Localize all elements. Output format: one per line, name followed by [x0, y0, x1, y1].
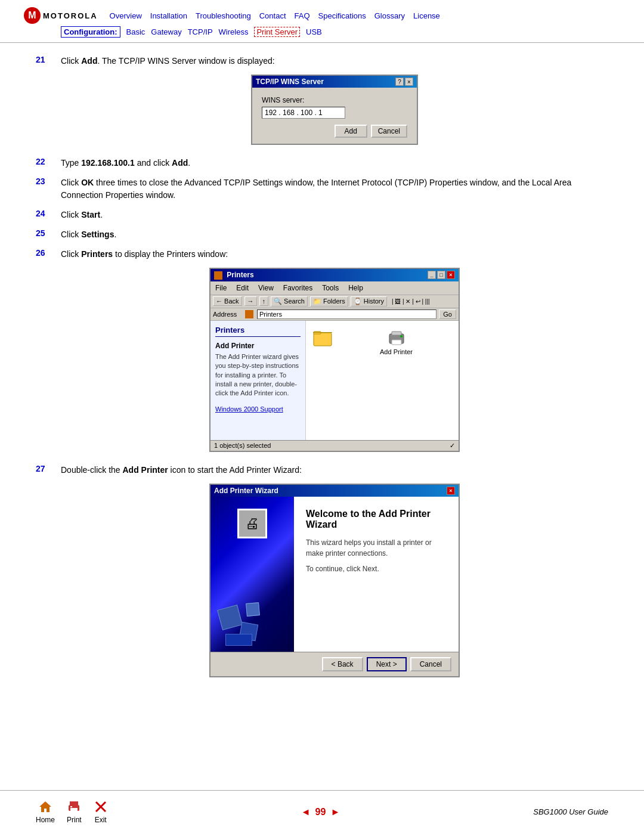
toolbar-forward-button[interactable]: →: [244, 296, 257, 306]
printers-window-icon: [214, 271, 222, 280]
footer-icons: Home Print Exit: [36, 800, 108, 824]
printers-window-container: Printers _ □ × File Edit View Favorites …: [61, 268, 608, 452]
wins-cancel-button[interactable]: Cancel: [371, 125, 407, 138]
wins-add-button[interactable]: Add: [335, 125, 367, 138]
home-icon: [38, 800, 52, 814]
nav-contact[interactable]: Contact: [259, 11, 286, 20]
nav-glossary[interactable]: Glossary: [374, 11, 405, 20]
exit-nav-icon[interactable]: Exit: [94, 800, 108, 824]
menu-file[interactable]: File: [210, 283, 231, 293]
wizard-back-button[interactable]: < Back: [322, 657, 363, 671]
nav-troubleshooting[interactable]: Troubleshooting: [196, 11, 251, 20]
add-printer-image: [387, 328, 406, 347]
step-text-22: Type 192.168.100.1 and click Add.: [61, 157, 190, 169]
printers-toolbar: ← Back → ↑ 🔍 Search 📁 Folders ⌚ History …: [210, 295, 459, 308]
wins-help-button[interactable]: ?: [395, 78, 404, 86]
page-footer: Home Print Exit ◄ 99 ► SBG1000 User Guid…: [0, 790, 644, 833]
wins-title: TCP/IP WINS Server: [256, 78, 324, 86]
sidebar-printers-title: Printers: [215, 326, 301, 337]
nav-license[interactable]: License: [413, 11, 440, 20]
wizard-left-panel: 🖨: [210, 497, 294, 652]
config-wireless[interactable]: Wireless: [219, 27, 249, 36]
printers-minimize-button[interactable]: _: [428, 271, 436, 279]
svg-rect-5: [392, 340, 401, 345]
page-navigation: ◄ 99 ►: [301, 807, 340, 817]
sidebar-win2000-link[interactable]: Windows 2000 Support: [215, 405, 283, 413]
printers-titlebar-label: Printers: [214, 271, 254, 280]
statusbar-icon: ✓: [450, 442, 455, 450]
print-nav-icon[interactable]: Print: [67, 800, 82, 824]
nav-installation[interactable]: Installation: [150, 11, 187, 20]
wizard-next-button[interactable]: Next >: [367, 657, 407, 671]
motorola-logo: M MOTOROLA: [24, 7, 98, 24]
sidebar-add-printer-heading: Add Printer: [215, 342, 301, 350]
address-folder-icon: [245, 310, 253, 318]
nav-faq[interactable]: FAQ: [295, 11, 310, 20]
step-24: 24 Click Start.: [36, 209, 608, 221]
menu-view[interactable]: View: [253, 283, 278, 293]
toolbar-folders-button[interactable]: 📁 Folders: [310, 296, 348, 306]
config-basic[interactable]: Basic: [126, 27, 145, 36]
step-25: 25 Click Settings.: [36, 228, 608, 241]
wins-titlebar-buttons: ? ×: [395, 78, 413, 86]
toolbar-back-button[interactable]: ← Back: [213, 296, 242, 306]
nav-specifications[interactable]: Specifications: [318, 11, 366, 20]
toolbar-search-button[interactable]: 🔍 Search: [271, 296, 308, 306]
printers-menubar: File Edit View Favorites Tools Help: [210, 281, 459, 295]
step-number-24: 24: [36, 209, 54, 221]
config-printserver[interactable]: Print Server: [254, 27, 300, 37]
page-number: 99: [315, 807, 326, 817]
prev-page-button[interactable]: ◄: [301, 807, 311, 817]
address-go-button[interactable]: Go: [439, 309, 456, 319]
wizard-heading: Welcome to the Add Printer Wizard: [306, 509, 447, 530]
wizard-decorative-image: 🖨: [210, 497, 294, 652]
svg-point-6: [400, 335, 402, 337]
wins-dialog-container: TCP/IP WINS Server ? × WINS server: Add …: [61, 75, 608, 145]
printers-sidebar: Printers Add Printer The Add Printer wiz…: [210, 321, 306, 440]
home-nav-icon[interactable]: Home: [36, 800, 55, 824]
step-number-23: 23: [36, 176, 54, 202]
print-label: Print: [67, 816, 82, 824]
step-text-23: Click OK three times to close the Advanc…: [61, 176, 608, 202]
step-number-25: 25: [36, 228, 54, 241]
printers-close-button[interactable]: ×: [447, 271, 455, 279]
add-printer-icon[interactable]: Add Printer: [380, 328, 413, 355]
printers-folder-icon[interactable]: [313, 328, 332, 355]
step-text-25: Click Settings.: [61, 228, 116, 241]
wizard-footer: < Back Next > Cancel: [210, 652, 459, 676]
wizard-text1: This wizard helps you install a printer …: [306, 537, 447, 559]
menu-favorites[interactable]: Favorites: [278, 283, 317, 293]
menu-help[interactable]: Help: [343, 283, 368, 293]
config-nav: Configuration: Basic Gateway TCP/IP Wire…: [61, 26, 620, 38]
config-gateway[interactable]: Gateway: [151, 27, 181, 36]
menu-edit[interactable]: Edit: [231, 283, 253, 293]
wins-server-input[interactable]: [262, 107, 345, 119]
printer-icons-area: Add Printer: [311, 326, 454, 358]
step-number-27: 27: [36, 464, 54, 476]
printers-maximize-button[interactable]: □: [437, 271, 445, 279]
config-label: Configuration:: [61, 26, 120, 38]
next-page-button[interactable]: ►: [330, 807, 340, 817]
svg-marker-7: [39, 801, 51, 812]
svg-rect-2: [313, 332, 332, 333]
sidebar-add-printer-text: The Add Printer wizard gives you step-by…: [215, 352, 301, 398]
wizard-close-button[interactable]: ×: [447, 487, 455, 495]
step-text-26: Click Printers to display the Printers w…: [61, 248, 228, 261]
toolbar-up-button[interactable]: ↑: [259, 296, 269, 306]
config-tcpip[interactable]: TCP/IP: [188, 27, 213, 36]
wins-close-button[interactable]: ×: [405, 78, 413, 86]
svg-rect-0: [314, 333, 332, 346]
nav-overview[interactable]: Overview: [110, 11, 142, 20]
add-printer-wizard: Add Printer Wizard × 🖨: [209, 484, 460, 677]
config-usb[interactable]: USB: [306, 27, 322, 36]
printers-content: Printers Add Printer The Add Printer wiz…: [210, 321, 459, 440]
wizard-titlebar-controls: ×: [447, 487, 455, 495]
menu-tools[interactable]: Tools: [317, 283, 343, 293]
toolbar-history-button[interactable]: ⌚ History: [351, 296, 387, 306]
folder-image: [313, 328, 332, 347]
wizard-cancel-button[interactable]: Cancel: [410, 657, 451, 671]
step-text-21: Click Add. The TCP/IP WINS Server window…: [61, 55, 275, 67]
address-input[interactable]: [257, 309, 436, 319]
home-label: Home: [36, 816, 55, 824]
step-text-24: Click Start.: [61, 209, 103, 221]
